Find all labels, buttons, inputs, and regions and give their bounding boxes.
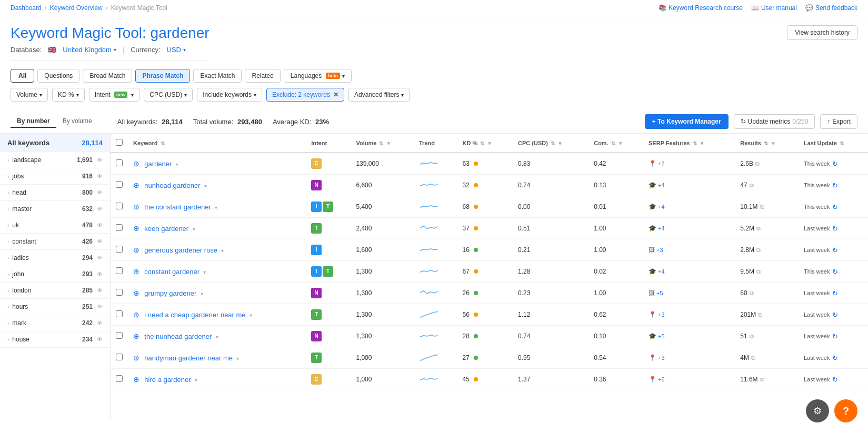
row-checkbox[interactable] <box>116 181 123 188</box>
feedback-link[interactable]: 💬 Send feedback <box>805 4 857 12</box>
view-history-button[interactable]: View search history <box>787 25 857 40</box>
exact-match-filter-button[interactable]: Exact Match <box>193 69 242 83</box>
add-keyword-icon[interactable]: ⊕ <box>133 289 139 297</box>
sidebar-item-eye-icon[interactable]: 👁 <box>97 336 103 343</box>
keyword-link[interactable]: hire a gardener <box>144 376 191 384</box>
refresh-icon[interactable]: ↻ <box>832 311 838 319</box>
refresh-icon[interactable]: ↻ <box>832 289 838 297</box>
keyword-link[interactable]: the nunhead gardener <box>144 333 212 340</box>
keyword-dropdown-icon[interactable]: ▾ <box>204 183 207 189</box>
keyword-link[interactable]: generous gardener rose <box>144 246 217 254</box>
copy-icon[interactable]: ⧉ <box>750 290 754 297</box>
sidebar-item[interactable]: › landscape 1,691 👁 <box>0 152 110 168</box>
export-button[interactable]: ↑ Export <box>820 114 857 129</box>
keyword-dropdown-icon[interactable]: ▾ <box>195 377 197 383</box>
add-keyword-icon[interactable]: ⊕ <box>133 181 139 189</box>
row-checkbox[interactable] <box>116 246 123 253</box>
sidebar-item[interactable]: › jobs 916 👁 <box>0 168 110 185</box>
serp-feature-count[interactable]: +3 <box>658 355 665 361</box>
add-keyword-icon[interactable]: ⊕ <box>133 310 139 319</box>
sidebar-item-eye-icon[interactable]: 👁 <box>97 206 103 212</box>
row-checkbox[interactable] <box>116 203 123 209</box>
sidebar-item[interactable]: › head 800 👁 <box>0 185 110 201</box>
manual-link[interactable]: 📖 User manual <box>751 4 797 12</box>
keyword-dropdown-icon[interactable]: ▾ <box>215 205 217 210</box>
sidebar-item-eye-icon[interactable]: 👁 <box>97 287 103 294</box>
results-column-header[interactable]: Results ⇅ ▼ <box>735 134 799 153</box>
update-metrics-button[interactable]: ↻ Update metrics 0/250 <box>734 114 815 129</box>
kd-filter-icon[interactable]: ▼ <box>487 140 492 146</box>
results-filter-icon[interactable]: ▼ <box>771 140 776 146</box>
breadcrumb-dashboard[interactable]: Dashboard <box>11 4 42 12</box>
serp-feature-count[interactable]: +5 <box>656 290 663 296</box>
sidebar-item-eye-icon[interactable]: 👁 <box>97 304 103 310</box>
keyword-link[interactable]: gardener <box>144 160 172 168</box>
com-filter-icon[interactable]: ▼ <box>618 140 623 146</box>
serp-column-header[interactable]: SERP Features ⇅ ▼ <box>643 134 735 153</box>
keyword-dropdown-icon[interactable]: ▾ <box>201 291 203 297</box>
keyword-link[interactable]: grumpy gardener <box>144 289 196 297</box>
select-all-checkbox[interactable] <box>116 139 123 146</box>
com-column-header[interactable]: Com. ⇅ ▼ <box>588 134 643 153</box>
copy-icon[interactable]: ⧉ <box>760 204 764 210</box>
refresh-icon[interactable]: ↻ <box>832 203 838 211</box>
add-keyword-icon[interactable]: ⊕ <box>133 332 139 340</box>
to-keyword-manager-button[interactable]: + To Keyword Manager <box>645 114 729 129</box>
keyword-dropdown-icon[interactable]: ▾ <box>176 162 178 167</box>
refresh-icon[interactable]: ↻ <box>832 376 838 384</box>
sidebar-item[interactable]: › london 285 👁 <box>0 283 110 299</box>
cpc-column-header[interactable]: CPC (USD) ⇅ ▼ <box>513 134 588 153</box>
keyword-dropdown-icon[interactable]: ▾ <box>203 269 206 275</box>
course-link[interactable]: 📚 Keyword Research course <box>659 4 743 12</box>
serp-feature-count[interactable]: +5 <box>658 333 665 339</box>
add-keyword-icon[interactable]: ⊕ <box>133 159 139 168</box>
add-keyword-icon[interactable]: ⊕ <box>133 354 139 362</box>
serp-feature-count[interactable]: +4 <box>658 268 665 275</box>
copy-icon[interactable]: ⧉ <box>750 333 754 340</box>
sidebar-item-eye-icon[interactable]: 👁 <box>97 271 103 277</box>
refresh-icon[interactable]: ↻ <box>832 354 838 362</box>
refresh-icon[interactable]: ↻ <box>832 182 838 189</box>
keyword-dropdown-icon[interactable]: ▾ <box>221 248 224 254</box>
row-checkbox[interactable] <box>116 267 123 274</box>
serp-feature-count[interactable]: +7 <box>658 160 665 167</box>
keyword-column-header[interactable]: Keyword ⇅ <box>128 134 306 153</box>
sidebar-item[interactable]: › uk 478 👁 <box>0 217 110 234</box>
add-keyword-icon[interactable]: ⊕ <box>133 203 139 211</box>
broad-match-filter-button[interactable]: Broad Match <box>83 69 132 83</box>
phrase-match-filter-button[interactable]: Phrase Match <box>135 69 190 83</box>
sidebar-item-eye-icon[interactable]: 👁 <box>97 238 103 245</box>
copy-icon[interactable]: ⧉ <box>756 225 761 232</box>
keyword-link[interactable]: constant gardener <box>144 268 199 276</box>
sidebar-item-eye-icon[interactable]: 👁 <box>97 320 103 326</box>
breadcrumb-keyword-overview[interactable]: Keyword Overview <box>50 4 103 12</box>
last-update-column-header[interactable]: Last Update ⇅ <box>799 134 868 153</box>
row-checkbox[interactable] <box>116 159 123 166</box>
keyword-dropdown-icon[interactable]: ▾ <box>216 334 218 340</box>
refresh-icon[interactable]: ↻ <box>832 268 838 276</box>
refresh-icon[interactable]: ↻ <box>832 160 838 168</box>
add-keyword-icon[interactable]: ⊕ <box>133 267 139 276</box>
add-keyword-icon[interactable]: ⊕ <box>133 224 139 233</box>
row-checkbox[interactable] <box>116 375 123 382</box>
sidebar-item-eye-icon[interactable]: 👁 <box>97 189 103 196</box>
refresh-icon[interactable]: ↻ <box>832 246 838 254</box>
keyword-link[interactable]: i need a cheap gardener near me <box>144 311 245 319</box>
keyword-dropdown-icon[interactable]: ▾ <box>250 313 252 318</box>
help-button[interactable]: ? <box>834 399 857 419</box>
keyword-dropdown-icon[interactable]: ▾ <box>236 356 239 361</box>
by-volume-tab[interactable]: By volume <box>56 115 98 128</box>
sidebar-all-keywords[interactable]: All keywords 28,114 <box>0 134 110 152</box>
sidebar-item-eye-icon[interactable]: 👁 <box>97 173 103 179</box>
copy-icon[interactable]: ⧉ <box>751 355 755 361</box>
row-checkbox[interactable] <box>116 224 123 231</box>
serp-feature-count[interactable]: +6 <box>658 376 665 382</box>
serp-feature-count[interactable]: +4 <box>658 204 665 210</box>
row-checkbox[interactable] <box>116 354 123 360</box>
sidebar-item-eye-icon[interactable]: 👁 <box>97 157 103 163</box>
sidebar-item[interactable]: › ladies 294 👁 <box>0 250 110 266</box>
sidebar-item[interactable]: › hours 251 👁 <box>0 299 110 315</box>
related-filter-button[interactable]: Related <box>245 69 280 83</box>
exclude-close-icon[interactable]: ✕ <box>333 91 338 98</box>
serp-feature-count[interactable]: +3 <box>658 311 665 318</box>
